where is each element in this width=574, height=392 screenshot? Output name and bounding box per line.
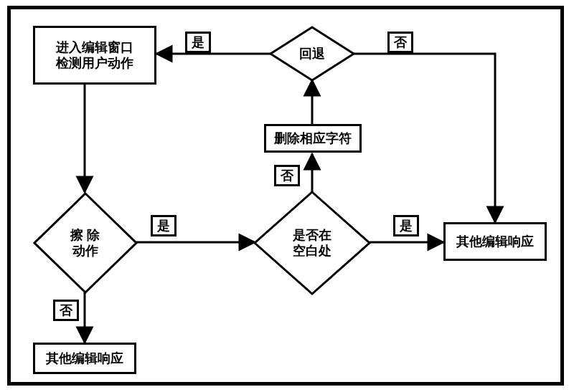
node-erase-decision: 擦 除 动作 bbox=[33, 192, 138, 294]
edge-label-return-no: 否 bbox=[387, 32, 413, 53]
edge-label-return-yes: 是 bbox=[185, 32, 211, 53]
node-start: 进入编辑窗口 检测用户动作 bbox=[33, 26, 156, 85]
edge-label-erase-yes: 是 bbox=[151, 215, 177, 236]
node-return-decision-text: 回退 bbox=[269, 26, 355, 82]
node-blank-decision: 是否在 空白处 bbox=[253, 191, 371, 295]
node-other-response-right: 其他编辑响应 bbox=[443, 222, 547, 261]
edge-label-blank-yes: 是 bbox=[393, 215, 419, 236]
node-other-response-bottom: 其他编辑响应 bbox=[33, 343, 136, 374]
edge-label-blank-no: 否 bbox=[274, 165, 300, 186]
node-erase-decision-text: 擦 除 动作 bbox=[33, 192, 138, 294]
node-blank-decision-text: 是否在 空白处 bbox=[253, 191, 371, 295]
node-return-decision: 回退 bbox=[269, 26, 355, 82]
node-delete-char: 删除相应字符 bbox=[264, 124, 362, 153]
edge-label-erase-no: 否 bbox=[53, 300, 79, 321]
diagram-canvas: 进入编辑窗口 检测用户动作 擦 除 动作 是否在 空白处 删除相应字符 回退 其… bbox=[0, 0, 574, 392]
